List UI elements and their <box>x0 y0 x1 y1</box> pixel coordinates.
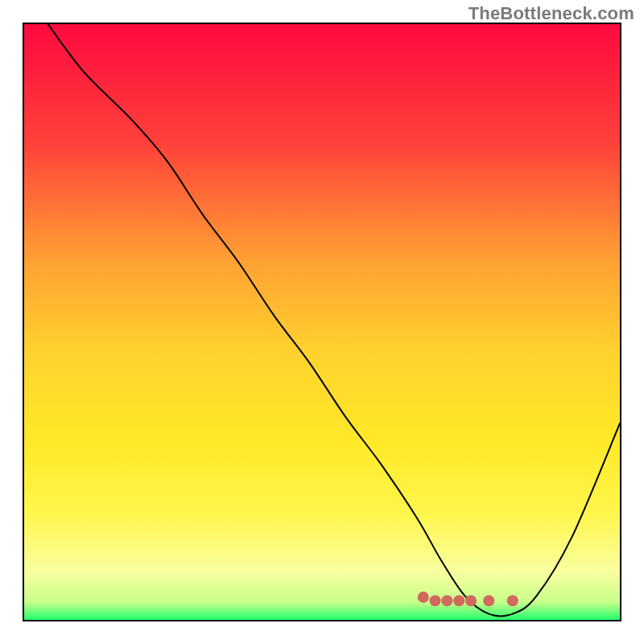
plot-area <box>23 23 621 621</box>
marker-dot <box>483 595 494 606</box>
marker-dot <box>441 595 452 606</box>
chart-stage: TheBottleneck.com <box>0 0 644 644</box>
watermark-text: TheBottleneck.com <box>469 3 634 24</box>
marker-dot <box>453 595 464 606</box>
marker-dot <box>465 595 477 606</box>
marker-dots <box>24 24 620 620</box>
marker-dot <box>507 595 518 606</box>
marker-dot <box>418 592 429 603</box>
marker-dot <box>430 595 441 606</box>
